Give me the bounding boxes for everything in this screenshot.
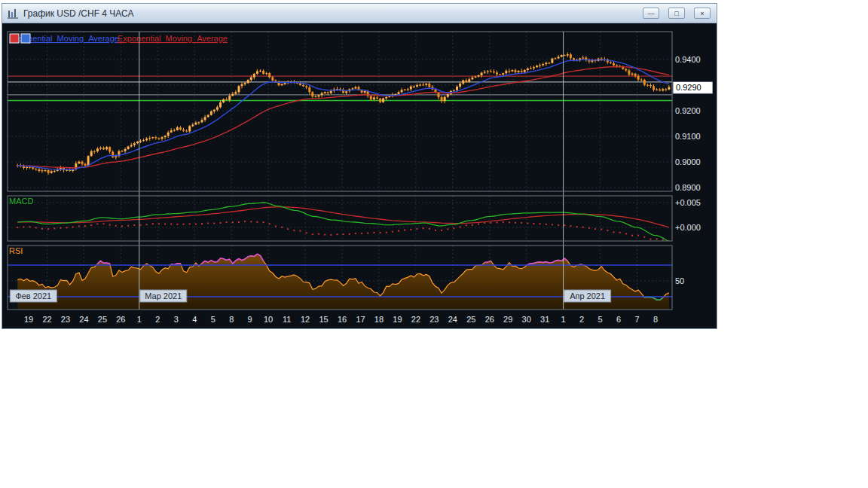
x-tick-label: 15 — [319, 315, 328, 324]
x-tick-label: 2 — [155, 315, 160, 324]
month-label: Фев 2021 — [15, 291, 51, 300]
chart-canvas[interactable]: Exponential_Moving_AverageExponential_Mo… — [5, 26, 713, 327]
x-tick-label: 4 — [192, 315, 197, 324]
x-tick-label: 23 — [429, 315, 439, 324]
ema-red-swatch-button[interactable] — [10, 34, 19, 43]
month-label: Апр 2021 — [570, 291, 605, 300]
price-axis-label: 0.9100 — [675, 132, 701, 141]
legend-ema-red-label: Exponential_Moving_Average — [118, 34, 228, 43]
x-tick-label: 8 — [229, 315, 234, 324]
x-tick-label: 7 — [634, 315, 639, 324]
x-tick-label: 25 — [98, 315, 107, 324]
x-tick-label: 24 — [448, 315, 457, 324]
x-tick-label: 25 — [466, 315, 475, 324]
ema-blue-swatch-button[interactable] — [21, 34, 30, 43]
x-tick-label: 2 — [579, 315, 584, 324]
app-chart-icon — [7, 8, 19, 20]
maximize-button[interactable]: □ — [668, 8, 685, 19]
close-button[interactable]: × — [694, 8, 711, 19]
x-tick-label: 5 — [598, 315, 603, 324]
x-tick-label: 10 — [264, 315, 273, 324]
chart-client-area: Exponential_Moving_AverageExponential_Mo… — [2, 23, 717, 328]
x-axis: 1922232425261234589101112151617181922232… — [24, 315, 658, 324]
x-tick-label: 26 — [116, 315, 125, 324]
month-label: Мар 2021 — [145, 291, 182, 300]
current-price-label: 0.9290 — [676, 83, 701, 92]
x-tick-label: 23 — [61, 315, 70, 324]
price-axis-label: 0.9000 — [675, 157, 701, 166]
x-tick-label: 18 — [374, 315, 384, 324]
indicator-legend: Exponential_Moving_AverageExponential_Mo… — [9, 34, 228, 43]
x-tick-label: 19 — [24, 315, 33, 324]
x-tick-label: 12 — [301, 315, 310, 324]
x-tick-label: 17 — [356, 315, 365, 324]
x-tick-label: 19 — [393, 315, 402, 324]
x-tick-label: 29 — [503, 315, 512, 324]
x-tick-label: 6 — [616, 315, 621, 324]
x-tick-label: 31 — [540, 315, 549, 324]
x-tick-label: 22 — [42, 315, 51, 324]
titlebar[interactable]: График USD /CHF 4 ЧАСА — □ × — [2, 4, 717, 23]
rsi-axis-label: 50 — [675, 276, 684, 285]
macd-axis-label: +0.000 — [675, 223, 701, 232]
x-tick-label: 24 — [79, 315, 88, 324]
chart-window: График USD /CHF 4 ЧАСА — □ × Exponential… — [2, 3, 717, 329]
x-tick-label: 22 — [411, 315, 420, 324]
price-axis-label: 0.9400 — [675, 55, 701, 64]
x-tick-label: 8 — [653, 315, 658, 324]
x-tick-label: 1 — [137, 315, 142, 324]
macd-label: MACD — [9, 197, 33, 206]
x-tick-label: 5 — [211, 315, 215, 324]
window-controls: — □ × — [643, 8, 711, 19]
price-axis-label: 0.8900 — [675, 183, 701, 192]
x-tick-label: 11 — [283, 315, 291, 324]
x-tick-label: 3 — [174, 315, 179, 324]
minimize-button[interactable]: — — [643, 8, 659, 19]
macd-axis-label: +0.005 — [675, 198, 701, 207]
window-title: График USD /CHF 4 ЧАСА — [23, 8, 643, 19]
x-tick-label: 26 — [485, 315, 494, 324]
x-tick-label: 16 — [338, 315, 347, 324]
x-tick-label: 9 — [248, 315, 252, 324]
rsi-label: RSI — [9, 246, 23, 255]
price-axis-label: 0.9200 — [675, 106, 701, 115]
x-tick-label: 30 — [522, 315, 531, 324]
x-tick-label: 1 — [561, 315, 566, 324]
